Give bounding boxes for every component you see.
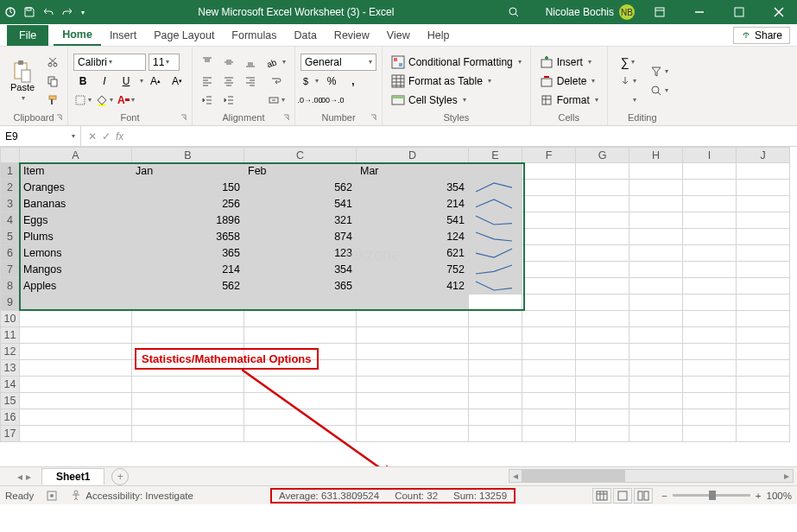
font-size-select[interactable]: 11▾ bbox=[149, 54, 180, 71]
cell-I12[interactable] bbox=[683, 344, 737, 360]
cell-E14[interactable] bbox=[469, 377, 522, 393]
cell-F15[interactable] bbox=[522, 393, 576, 409]
cell-G9[interactable] bbox=[576, 294, 629, 311]
cell-I11[interactable] bbox=[683, 327, 737, 344]
worksheet-grid[interactable]: ABCDEFGHIJ1ItemJanFebMar2Oranges15056235… bbox=[0, 147, 797, 466]
paste-button[interactable]: Paste ▾ bbox=[5, 49, 40, 112]
cell-G17[interactable] bbox=[576, 426, 629, 442]
ribbon-options-icon[interactable] bbox=[645, 2, 674, 22]
cell-C10[interactable] bbox=[244, 311, 357, 327]
cell-I7[interactable] bbox=[683, 262, 737, 278]
close-icon[interactable] bbox=[764, 2, 794, 22]
cell-I9[interactable] bbox=[683, 294, 737, 311]
cell-C1[interactable]: Feb bbox=[244, 163, 357, 180]
cell-J15[interactable] bbox=[737, 393, 790, 409]
cell-H4[interactable] bbox=[629, 212, 683, 229]
cell-I1[interactable] bbox=[683, 163, 737, 180]
cell-C11[interactable] bbox=[244, 327, 357, 344]
view-page-break-icon[interactable] bbox=[634, 488, 653, 504]
cell-A10[interactable] bbox=[20, 311, 132, 327]
cell-H15[interactable] bbox=[629, 393, 683, 409]
cell-E16[interactable] bbox=[469, 409, 522, 426]
cell-F13[interactable] bbox=[522, 360, 576, 377]
cell-G12[interactable] bbox=[576, 344, 629, 360]
cell-J8[interactable] bbox=[737, 278, 790, 294]
cell-D10[interactable] bbox=[357, 311, 469, 327]
cell-C4[interactable]: 321 bbox=[244, 212, 357, 229]
cell-C9[interactable] bbox=[244, 294, 357, 311]
cell-A17[interactable] bbox=[20, 426, 132, 442]
align-middle-icon[interactable] bbox=[219, 54, 238, 71]
redo-icon[interactable] bbox=[60, 5, 74, 19]
decrease-decimal-icon[interactable]: .00→.0 bbox=[322, 92, 341, 109]
cell-C8[interactable]: 365 bbox=[244, 278, 357, 294]
tab-data[interactable]: Data bbox=[285, 26, 325, 45]
increase-decimal-icon[interactable]: .0→.00 bbox=[300, 92, 319, 109]
user-account[interactable]: Nicolae Bochis NB bbox=[546, 4, 635, 20]
cell-F17[interactable] bbox=[522, 426, 576, 442]
cell-G15[interactable] bbox=[576, 393, 629, 409]
grow-font-icon[interactable]: A▴ bbox=[146, 73, 165, 90]
minimize-icon[interactable] bbox=[685, 2, 714, 22]
cell-E17[interactable] bbox=[469, 426, 522, 442]
row-header-4[interactable]: 4 bbox=[1, 212, 20, 229]
cell-H10[interactable] bbox=[629, 311, 683, 327]
cell-J9[interactable] bbox=[737, 294, 790, 311]
align-bottom-icon[interactable] bbox=[241, 54, 260, 71]
cell-H9[interactable] bbox=[629, 294, 683, 311]
cell-D11[interactable] bbox=[357, 327, 469, 344]
cell-A3[interactable]: Bananas bbox=[20, 196, 132, 212]
cell-B17[interactable] bbox=[132, 426, 244, 442]
cell-G10[interactable] bbox=[576, 311, 629, 327]
cell-B15[interactable] bbox=[132, 393, 244, 409]
delete-cells-button[interactable]: Delete▾ bbox=[536, 73, 602, 90]
col-header-C[interactable]: C bbox=[244, 148, 357, 163]
col-header-J[interactable]: J bbox=[737, 148, 790, 163]
cell-B11[interactable] bbox=[132, 327, 244, 344]
cell-H11[interactable] bbox=[629, 327, 683, 344]
cell-C2[interactable]: 562 bbox=[244, 180, 357, 196]
cell-D4[interactable]: 541 bbox=[357, 212, 469, 229]
cell-I3[interactable] bbox=[683, 196, 737, 212]
number-launcher-icon[interactable] bbox=[370, 113, 380, 124]
align-center-icon[interactable] bbox=[219, 73, 238, 90]
cell-A11[interactable] bbox=[20, 327, 132, 344]
search-icon[interactable] bbox=[508, 6, 520, 18]
underline-button[interactable]: U bbox=[117, 73, 136, 90]
cell-B9[interactable] bbox=[132, 294, 244, 311]
font-color-icon[interactable]: A▾ bbox=[117, 92, 136, 109]
cell-E8[interactable] bbox=[469, 278, 522, 294]
bold-button[interactable]: B bbox=[73, 73, 92, 90]
row-header-13[interactable]: 13 bbox=[1, 360, 20, 377]
cell-A13[interactable] bbox=[20, 360, 132, 377]
col-header-F[interactable]: F bbox=[522, 148, 576, 163]
cell-H1[interactable] bbox=[629, 163, 683, 180]
cell-H7[interactable] bbox=[629, 262, 683, 278]
cell-D1[interactable]: Mar bbox=[357, 163, 469, 180]
cell-E4[interactable] bbox=[469, 212, 522, 229]
orientation-icon[interactable]: ab▾ bbox=[263, 54, 289, 71]
conditional-formatting-button[interactable]: Conditional Formatting▾ bbox=[388, 54, 525, 71]
cell-I15[interactable] bbox=[683, 393, 737, 409]
select-all-cell[interactable] bbox=[1, 148, 20, 163]
percent-format-icon[interactable]: % bbox=[322, 73, 341, 90]
insert-cells-button[interactable]: Insert▾ bbox=[536, 54, 602, 71]
tab-review[interactable]: Review bbox=[326, 26, 378, 45]
cell-B6[interactable]: 365 bbox=[132, 245, 244, 262]
row-header-15[interactable]: 15 bbox=[1, 393, 20, 409]
cell-G13[interactable] bbox=[576, 360, 629, 377]
decrease-indent-icon[interactable] bbox=[198, 92, 217, 109]
cell-B5[interactable]: 3658 bbox=[132, 229, 244, 245]
cell-J10[interactable] bbox=[737, 311, 790, 327]
accept-formula-icon[interactable]: ✓ bbox=[102, 130, 111, 142]
cell-A7[interactable]: Mangos bbox=[20, 262, 132, 278]
row-header-11[interactable]: 11 bbox=[1, 327, 20, 344]
row-header-2[interactable]: 2 bbox=[1, 180, 20, 196]
cell-A4[interactable]: Eggs bbox=[20, 212, 132, 229]
sheet-tab-active[interactable]: Sheet1 bbox=[41, 468, 104, 484]
cell-D9[interactable] bbox=[357, 294, 469, 311]
cell-J16[interactable] bbox=[737, 409, 790, 426]
font-launcher-icon[interactable] bbox=[180, 113, 190, 124]
cell-J1[interactable] bbox=[737, 163, 790, 180]
cell-G8[interactable] bbox=[576, 278, 629, 294]
